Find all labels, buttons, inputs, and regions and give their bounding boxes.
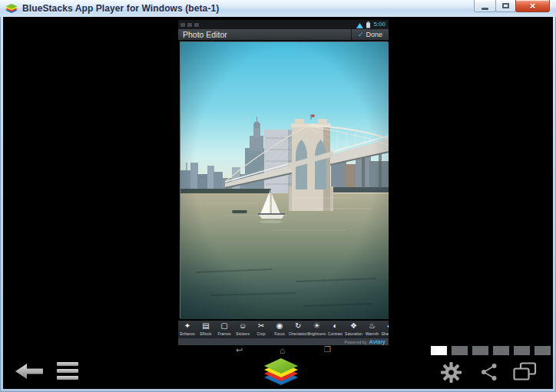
tool-stickers[interactable]: ☺Stickers <box>233 321 252 338</box>
dock-slot[interactable] <box>472 346 488 355</box>
stickers-icon: ☺ <box>233 321 252 331</box>
dock-slots <box>431 346 551 355</box>
saturation-icon: ❖ <box>344 321 362 331</box>
tool-contrast[interactable]: ◐Contrast <box>326 321 344 338</box>
orientation-icon: ↻ <box>289 321 307 331</box>
tool-brightness[interactable]: ☀Brightness <box>307 321 326 338</box>
tool-frames[interactable]: ▢Frames <box>215 321 233 338</box>
dock-slot-active[interactable] <box>431 346 447 355</box>
frames-icon: ▢ <box>215 321 233 331</box>
photo-stage <box>178 41 389 320</box>
tool-warmth[interactable]: ♨Warmth <box>362 321 381 338</box>
tool-focus[interactable]: ◉Focus <box>270 321 289 338</box>
notification-icons <box>180 23 199 27</box>
dock-slot[interactable] <box>534 346 551 355</box>
close-icon: × <box>530 1 536 12</box>
tool-enhance[interactable]: ✦Enhance <box>178 321 197 338</box>
bluestacks-window: BlueStacks App Player for Windows (beta-… <box>0 0 556 392</box>
aviary-logo: Aviary <box>369 339 386 344</box>
brightness-icon: ☀ <box>307 321 326 331</box>
powered-by-text: Powered by <box>345 340 367 344</box>
sharpness-icon: ◆ <box>381 321 389 331</box>
android-status-bar: 5:00 <box>178 20 389 29</box>
menu-button[interactable] <box>57 362 78 380</box>
bluestacks-logo-icon <box>5 3 18 15</box>
back-button[interactable] <box>15 363 43 383</box>
edit-toolbar: ✦Enhance ▤Effects ▢Frames ☺Stickers ✂Cro… <box>178 320 389 338</box>
settings-gear-icon[interactable] <box>441 362 462 386</box>
window-mode-icon[interactable] <box>513 362 537 384</box>
dock-slot[interactable] <box>493 346 509 355</box>
dock-slot[interactable] <box>514 346 530 355</box>
tool-sharpness[interactable]: ◆Sharpness <box>381 321 389 338</box>
minimize-icon <box>482 8 488 10</box>
aviary-credit-bar: Powered by Aviary <box>178 338 389 345</box>
bluestacks-home-button[interactable] <box>263 357 299 392</box>
window-titlebar[interactable]: BlueStacks App Player for Windows (beta-… <box>0 0 556 17</box>
tool-effects[interactable]: ▤Effects <box>197 321 215 338</box>
tool-crop[interactable]: ✂Crop <box>252 321 270 338</box>
android-home-icon[interactable]: ⌂ <box>280 345 285 356</box>
maximize-button[interactable] <box>495 0 516 12</box>
android-back-icon[interactable]: ↩ <box>236 345 243 355</box>
done-button[interactable]: ✓ Done <box>351 29 389 40</box>
warmth-icon: ♨ <box>362 321 381 331</box>
focus-icon: ◉ <box>270 321 289 331</box>
android-recents-icon[interactable]: ❐ <box>324 345 331 354</box>
enhance-icon: ✦ <box>178 321 197 331</box>
dock-slot[interactable] <box>452 346 468 355</box>
window-title: BlueStacks App Player for Windows (beta-… <box>22 3 219 14</box>
app-header: Photo Editor ✓ Done <box>178 29 389 41</box>
emulator-screen: 5:00 Photo Editor ✓ Done <box>3 17 553 389</box>
check-icon: ✓ <box>358 31 364 38</box>
crop-icon: ✂ <box>252 321 270 331</box>
tool-orientation[interactable]: ↻Orientation <box>289 321 307 338</box>
app-title: Photo Editor <box>178 30 227 39</box>
close-button[interactable]: × <box>515 0 550 12</box>
effects-icon: ▤ <box>197 321 215 331</box>
photo-editor-app: 5:00 Photo Editor ✓ Done <box>178 20 389 345</box>
minimize-button[interactable] <box>474 0 496 12</box>
clock: 5:00 <box>373 20 386 29</box>
contrast-icon: ◐ <box>326 321 344 331</box>
share-icon[interactable] <box>480 363 498 384</box>
photo-image <box>180 41 388 318</box>
maximize-icon <box>502 3 509 8</box>
tool-saturation[interactable]: ❖Saturation <box>344 321 362 338</box>
